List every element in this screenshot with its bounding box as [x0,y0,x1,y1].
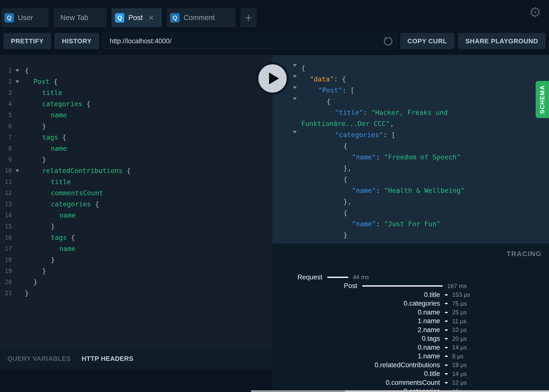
code-token: Post [33,78,50,85]
triangle-glyph [293,98,297,108]
editor-line: 6} [0,121,273,132]
response-line: { [273,62,549,74]
schema-sidebar-button[interactable]: SCHEMA [536,81,549,118]
tab-user[interactable]: Q User [1,8,49,27]
fold-arrow-icon[interactable] [293,67,297,74]
reload-schema-button[interactable] [382,36,393,47]
fold-arrow-icon[interactable] [12,69,23,72]
editor-line: 4categories { [0,98,273,109]
line-number: 18 [0,256,12,263]
tracing-row: Request44 ms [273,273,549,281]
editor-line: 11title [0,176,273,187]
tracing-row-value: 14 μs [452,370,467,377]
tab-label: Post [128,14,143,22]
tracing-row-value: 10 μs [452,326,467,333]
tab-label: User [18,14,33,22]
tracing-duration-bar [445,347,448,348]
code-token: } [42,156,46,163]
line-number: 11 [0,178,12,185]
tracing-row-label: 0.name [273,309,440,316]
tracing-row-value: 12 μs [452,379,467,386]
tracing-duration-bar [445,329,448,331]
close-tab-icon[interactable]: × [149,13,154,22]
tracing-row-value: 153 μs [452,291,470,298]
tab-comment[interactable]: Q Comment [167,8,236,27]
prettify-button[interactable]: PRETTIFY [3,33,51,49]
tab-label: Comment [184,14,215,22]
code-token: { [327,98,330,105]
settings-button[interactable]: ⚙ [527,4,543,20]
query-variables-tab[interactable]: QUERY VARIABLES [7,355,71,363]
code-token: } [42,122,46,130]
code-token: title [42,89,62,97]
code-token: { [343,142,347,150]
code-text: "title": "Hacker, Freaks und [335,109,448,116]
code-token: } [51,256,55,264]
code-token: } [42,267,46,275]
fold-arrow-icon[interactable] [12,80,23,83]
endpoint-url-input[interactable] [103,37,396,45]
code-token: "Health & Wellbeing" [384,187,465,194]
line-number: 1 [0,67,12,74]
editor-line: 3title [0,87,273,98]
editor-line: 1{ [0,65,273,76]
http-headers-tab[interactable]: HTTP HEADERS [82,355,134,363]
code-token: "title" [335,109,363,116]
code-token: categories [51,200,91,208]
execute-query-button[interactable] [256,62,289,95]
share-playground-button[interactable]: SHARE PLAYGROUND [458,33,546,49]
code-token: : [376,220,384,228]
tracing-duration-bar [445,303,448,304]
tracing-duration-bar [445,312,448,313]
tracing-duration-bar [445,382,448,383]
copy-curl-button[interactable]: COPY CURL [400,33,455,49]
line-number: 10 [0,167,12,174]
line-number: 17 [0,245,12,252]
code-token: } [33,278,37,286]
refresh-icon [382,36,393,47]
code-token: name [59,211,76,219]
tracing-row: 0.categories75 μs [273,300,549,308]
fold-arrow-icon[interactable] [12,170,23,172]
code-text: } [23,122,46,130]
response-line: "name": "Health & Wellbeing" [273,185,549,196]
line-number: 6 [0,123,12,130]
line-number: 20 [0,279,12,286]
code-text: { [343,209,347,217]
query-editor[interactable]: 1{2Post {3title4categories {5name6}7tags… [0,55,273,347]
line-number: 4 [0,100,12,107]
code-token: "Freedom of Speech" [384,153,461,161]
fold-arrow-icon[interactable] [293,100,297,108]
horizontal-scrollbar[interactable] [251,390,549,392]
history-button[interactable]: HISTORY [55,33,99,49]
tracing-row: 0.relatedContributions19 μs [273,361,549,369]
triangle-glyph [15,69,19,72]
fold-arrow-icon[interactable] [293,89,297,97]
fold-arrow-icon[interactable] [293,133,297,141]
code-token: title [51,178,71,186]
tab-new-tab[interactable]: New Tab [54,8,107,27]
code-text: relatedContributions { [23,167,131,174]
code-token: : { [334,75,346,83]
add-tab-button[interactable]: + [241,8,256,27]
editor-line: 17name [0,243,273,254]
tab-bar: Q User New Tab Q Post × Q Comment + [0,0,549,27]
code-text: { [343,142,347,150]
tracing-duration-bar [445,365,448,366]
toolbar: PRETTIFY HISTORY COPY CURL SHARE PLAYGRO… [0,27,549,55]
editor-line: 15} [0,221,273,232]
code-token: : [ [383,131,395,139]
code-token: categories [42,100,82,108]
line-number: 21 [0,290,12,297]
play-button-circle [258,64,287,93]
fold-arrow-icon[interactable] [293,78,297,85]
scrollbar-thumb[interactable] [251,390,345,392]
triangle-glyph [293,86,297,97]
tracing-duration-bar [445,320,448,322]
code-token: commentsCount [51,189,103,197]
tab-label: New Tab [60,14,88,22]
code-text: } [23,156,46,163]
tab-post[interactable]: Q Post × [111,8,162,27]
query-editor-pane: 1{2Post {3title4categories {5name6}7tags… [0,55,273,370]
triangle-glyph [293,64,297,74]
